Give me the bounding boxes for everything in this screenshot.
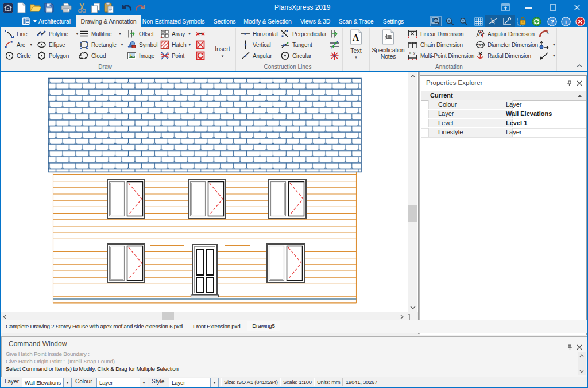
svg-text:x: x: [547, 30, 549, 34]
svg-text:i: i: [565, 18, 567, 25]
svg-text:x: x: [409, 51, 411, 55]
svg-text:y: y: [413, 51, 415, 55]
svg-text:?: ?: [550, 18, 554, 25]
svg-text:A: A: [353, 33, 359, 42]
svg-text:x: x: [479, 42, 482, 48]
